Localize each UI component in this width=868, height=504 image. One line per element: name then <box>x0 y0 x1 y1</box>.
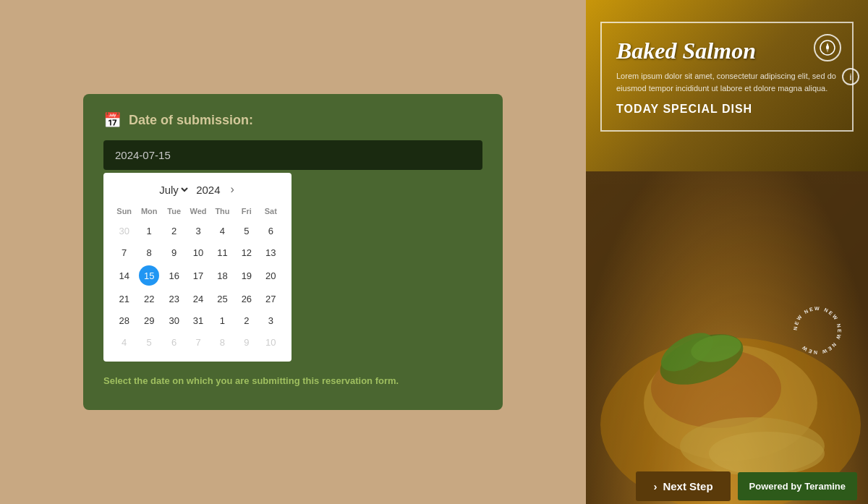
day-header-fri: Fri <box>234 205 258 220</box>
year-display: 2024 <box>196 184 220 196</box>
day-header-wed: Wed <box>186 205 210 220</box>
calendar-day[interactable]: 3 <box>186 220 210 242</box>
svg-point-9 <box>826 46 829 49</box>
calendar-day[interactable]: 19 <box>234 263 258 288</box>
calendar-day[interactable]: 3 <box>259 309 283 331</box>
calendar-day[interactable]: 9 <box>162 242 186 263</box>
dish-card: Baked Salmon Lorem ipsum dolor sit amet,… <box>600 22 854 132</box>
info-icon[interactable]: i <box>842 68 859 85</box>
calendar-day[interactable]: 18 <box>210 263 234 288</box>
calendar-day[interactable]: 1 <box>210 309 234 331</box>
calendar-day[interactable]: 14 <box>112 263 136 288</box>
calendar-icon: 📅 <box>103 111 122 129</box>
powered-by: Powered by Teramine <box>738 472 857 500</box>
day-header-thu: Thu <box>210 205 234 220</box>
calendar-day[interactable]: 20 <box>259 263 283 288</box>
date-card-header: 📅 Date of submission: <box>103 111 482 129</box>
calendar-day[interactable]: 31 <box>186 309 210 331</box>
day-header-sat: Sat <box>259 205 283 220</box>
calendar-day[interactable]: 4 <box>210 220 234 242</box>
calendar-day[interactable]: 7 <box>112 242 136 263</box>
calendar-day[interactable]: 1 <box>136 220 162 242</box>
next-month-button[interactable]: › <box>226 181 239 197</box>
calendar-day[interactable]: 5 <box>136 331 162 353</box>
rotating-text: NEW NEW NEW NEW NEW NEW <box>788 302 846 359</box>
dish-description: Lorem ipsum dolor sit amet, consectetur … <box>616 70 838 94</box>
calendar-day[interactable]: 10 <box>259 331 283 353</box>
calendar-day[interactable]: 15 <box>136 263 162 288</box>
calendar-day[interactable]: 27 <box>259 288 283 309</box>
calendar-day[interactable]: 8 <box>210 331 234 353</box>
brand-name: Teramine <box>804 481 846 492</box>
calendar-day[interactable]: 10 <box>186 242 210 263</box>
next-step-label: Next Step <box>663 480 712 492</box>
day-header-mon: Mon <box>136 205 162 220</box>
calendar-day[interactable]: 22 <box>136 288 162 309</box>
calendar-day[interactable]: 6 <box>162 331 186 353</box>
calendar-day[interactable]: 6 <box>259 220 283 242</box>
calendar-day[interactable]: 25 <box>210 288 234 309</box>
date-card: 📅 Date of submission: July 2024 › Sun Mo… <box>83 94 503 409</box>
calendar-day[interactable]: 2 <box>162 220 186 242</box>
day-header-sun: Sun <box>112 205 136 220</box>
calendar-day[interactable]: 28 <box>112 309 136 331</box>
calendar-day[interactable]: 29 <box>136 309 162 331</box>
left-panel: 📅 Date of submission: July 2024 › Sun Mo… <box>0 0 586 504</box>
hint-text: Select the date on which you are submitt… <box>103 375 482 388</box>
calendar-day[interactable]: 17 <box>186 263 210 288</box>
next-step-arrow: › <box>653 480 657 492</box>
calendar: July 2024 › Sun Mon Tue Wed Thu Fri Sat <box>103 173 292 362</box>
dish-name: Baked Salmon <box>616 38 838 64</box>
compass-icon <box>814 34 841 61</box>
calendar-day[interactable]: 30 <box>112 220 136 242</box>
calendar-day[interactable]: 5 <box>234 220 258 242</box>
calendar-grid: Sun Mon Tue Wed Thu Fri Sat 301234567891… <box>112 205 283 353</box>
calendar-day[interactable]: 13 <box>259 242 283 263</box>
calendar-day[interactable]: 2 <box>234 309 258 331</box>
next-step-button[interactable]: › Next Step <box>636 471 730 501</box>
calendar-nav: July 2024 › <box>112 181 283 197</box>
calendar-day[interactable]: 24 <box>186 288 210 309</box>
calendar-day[interactable]: 21 <box>112 288 136 309</box>
calendar-day[interactable]: 4 <box>112 331 136 353</box>
day-header-tue: Tue <box>162 205 186 220</box>
calendar-day[interactable]: 16 <box>162 263 186 288</box>
special-label: TODAY SPECIAL DISH <box>616 103 838 116</box>
calendar-day[interactable]: 23 <box>162 288 186 309</box>
powered-by-label: Powered by <box>749 481 802 492</box>
calendar-day[interactable]: 11 <box>210 242 234 263</box>
calendar-day[interactable]: 26 <box>234 288 258 309</box>
bottom-bar: › Next Step Powered by Teramine <box>586 468 868 504</box>
right-panel: Baked Salmon Lorem ipsum dolor sit amet,… <box>586 0 868 504</box>
calendar-day[interactable]: 7 <box>186 331 210 353</box>
calendar-day[interactable]: 12 <box>234 242 258 263</box>
svg-text:NEW NEW NEW NEW NEW NEW: NEW NEW NEW NEW NEW NEW <box>793 306 842 355</box>
calendar-day[interactable]: 30 <box>162 309 186 331</box>
date-card-title: Date of submission: <box>129 113 253 128</box>
calendar-day[interactable]: 9 <box>234 331 258 353</box>
date-input[interactable] <box>103 140 482 170</box>
month-select[interactable]: July <box>156 183 190 197</box>
calendar-day[interactable]: 8 <box>136 242 162 263</box>
